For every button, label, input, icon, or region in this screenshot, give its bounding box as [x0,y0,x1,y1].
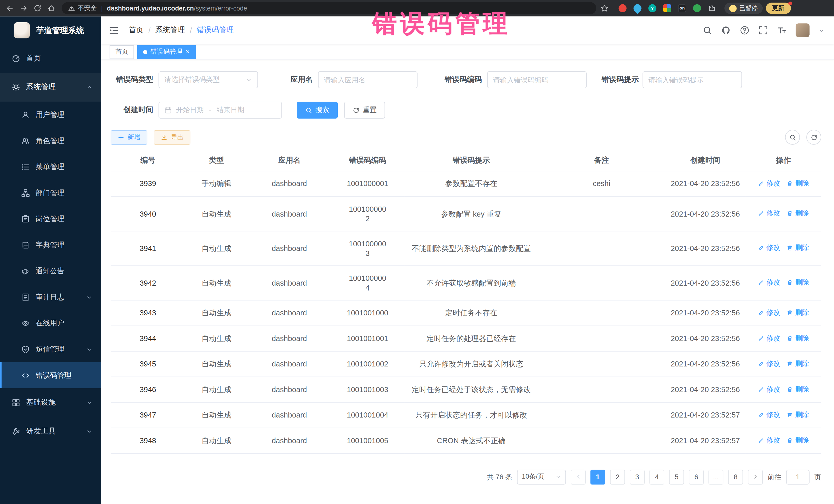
toggle-search-button[interactable] [785,130,800,145]
fullscreen-icon[interactable] [759,25,768,35]
breadcrumb-item[interactable]: 系统管理 [155,25,185,35]
goto-page-input[interactable] [786,469,809,484]
browser-back-icon[interactable] [3,2,16,15]
active-tab-dot [143,50,148,54]
sidebar-item-post[interactable]: 岗位管理 [0,206,101,232]
cell-code: 1001001001 [331,325,404,351]
error-type-select[interactable]: 请选择错误码类型 [159,71,258,88]
security-chip[interactable]: 不安全 [68,4,97,13]
header-search-icon[interactable] [703,25,712,35]
next-page-button[interactable] [748,469,763,484]
github-icon[interactable] [721,25,731,35]
browser-update-button[interactable]: 更新 [766,3,791,14]
page-button-4[interactable]: 4 [650,469,664,484]
delete-link[interactable]: 删除 [787,308,809,317]
cell-actions: 修改删除 [746,376,821,402]
page-button-2[interactable]: 2 [610,469,625,484]
page-button-5[interactable]: 5 [669,469,684,484]
refresh-table-button[interactable] [806,130,821,145]
paused-profile-chip[interactable]: 已暂停 [724,3,762,14]
bookmark-star-icon[interactable] [598,2,610,14]
delete-link[interactable]: 删除 [787,385,809,394]
add-button[interactable]: 新增 [111,130,147,145]
error-code-input[interactable] [487,71,587,88]
delete-link[interactable]: 删除 [787,209,809,218]
browser-forward-icon[interactable] [17,2,30,15]
extension-red-icon[interactable] [619,4,627,12]
sidebar-item-sms[interactable]: 短信管理 [0,336,101,363]
tab-close-icon[interactable]: × [185,48,190,56]
sidebar-item-menu[interactable]: 菜单管理 [0,154,101,180]
app-logo[interactable]: 芋道管理系统 [0,17,101,44]
delete-link[interactable]: 删除 [787,178,809,188]
page-button-3[interactable]: 3 [630,469,644,484]
delete-link[interactable]: 删除 [787,243,809,253]
error-hint-input[interactable] [642,71,742,88]
page-button-8[interactable]: 8 [728,469,743,484]
edit-link[interactable]: 修改 [758,385,781,394]
sidebar-item-system[interactable]: 系统管理 [0,73,101,102]
breadcrumb-item[interactable]: 首页 [129,25,144,35]
sidebar-item-dev-tool[interactable]: 研发工具 [0,417,101,446]
font-size-icon[interactable] [777,25,787,35]
delete-link[interactable]: 删除 [787,333,809,343]
edit-link[interactable]: 修改 [758,178,781,188]
page-button-1[interactable]: 1 [591,469,605,484]
user-avatar[interactable] [796,23,810,37]
sidebar-item-user[interactable]: 用户管理 [0,102,101,128]
page-button-6[interactable]: 6 [689,469,704,484]
delete-link[interactable]: 删除 [787,436,809,445]
cell-remark [539,265,665,300]
sidebar-item-role[interactable]: 角色管理 [0,128,101,154]
toolbar-right [785,130,821,145]
page-size-select[interactable]: 10条/页 [517,469,566,484]
extension-y-icon[interactable]: Y [649,4,656,12]
delete-link[interactable]: 删除 [787,278,809,287]
trash-icon [787,180,793,187]
sidebar-item-audit-log[interactable]: 审计日志 [0,284,101,310]
prev-page-button[interactable] [571,469,586,484]
export-button[interactable]: 导出 [154,130,191,145]
sidebar-item-infra[interactable]: 基础设施 [0,388,101,417]
page-more-button[interactable]: ... [708,469,723,484]
column-header: 类型 [185,151,248,171]
breadcrumb-item[interactable]: 错误码管理 [197,25,234,35]
table-row: 3945自动生成dashboard1001001002只允许修改为开启或者关闭状… [111,351,821,376]
pencil-icon [758,210,765,217]
delete-link[interactable]: 删除 [787,359,809,368]
extension-green-icon[interactable] [693,4,701,12]
address-bar[interactable]: 不安全 | dashboard.yudao.iocoder.cn/system/… [62,2,596,14]
sidebar-item-home[interactable]: 首页 [0,44,101,73]
avatar-caret-icon[interactable] [819,27,825,34]
help-icon[interactable] [740,25,749,35]
sidebar-item-online-user[interactable]: 在线用户 [0,310,101,336]
search-button[interactable]: 搜索 [297,102,338,118]
reset-button[interactable]: 重置 [344,102,385,118]
edit-link[interactable]: 修改 [758,410,781,419]
browser-home-icon[interactable] [45,2,58,15]
tab-错误码管理[interactable]: 错误码管理× [137,45,196,59]
edit-link[interactable]: 修改 [758,209,781,218]
topbar-icons [703,23,825,37]
edit-link[interactable]: 修改 [758,308,781,317]
extensions-puzzle-icon[interactable] [708,4,716,12]
edit-link[interactable]: 修改 [758,333,781,343]
delete-link[interactable]: 删除 [787,410,809,419]
extension-drop-icon[interactable] [632,3,643,14]
sidebar-item-dict[interactable]: 字典管理 [0,232,101,258]
extension-grid-icon[interactable] [663,4,671,12]
sidebar-item-notice[interactable]: 通知公告 [0,258,101,284]
sidebar-toggle-icon[interactable] [109,25,119,36]
browser-reload-icon[interactable] [31,2,44,15]
tab-首页[interactable]: 首页 [110,45,134,59]
date-range-picker[interactable]: 开始日期 - 结束日期 [159,102,282,118]
edit-link[interactable]: 修改 [758,359,781,368]
edit-link[interactable]: 修改 [758,278,781,287]
edit-link[interactable]: 修改 [758,436,781,445]
sidebar-item-error-code[interactable]: 错误码管理 [0,363,101,389]
edit-link[interactable]: 修改 [758,243,781,253]
chevron-down-icon [86,428,93,435]
extension-on-icon[interactable]: on [678,4,686,12]
sidebar-item-dept[interactable]: 部门管理 [0,180,101,206]
app-name-input[interactable] [318,71,418,88]
